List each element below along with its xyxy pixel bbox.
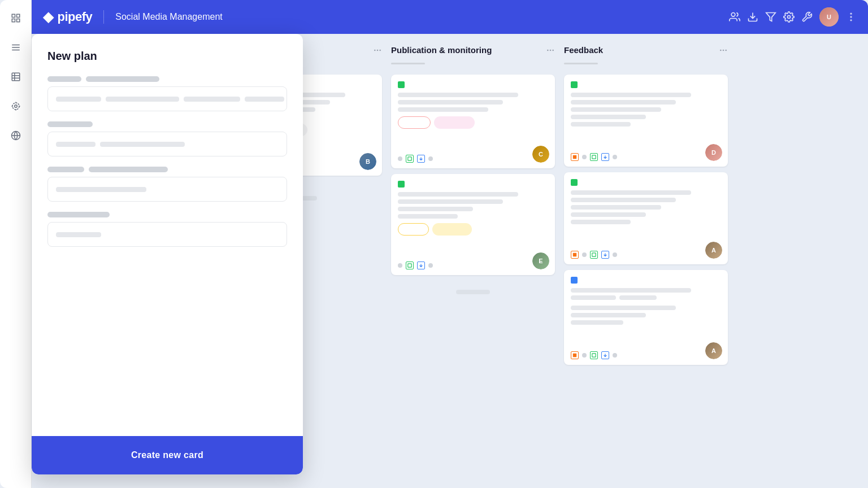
card-icon-item: [601, 351, 609, 359]
card-content: [571, 190, 721, 247]
modal-body: New plan: [32, 34, 303, 436]
svg-point-18: [850, 16, 852, 18]
card-line: [571, 320, 623, 325]
tag-blue: [571, 277, 578, 284]
card-tags: [571, 179, 721, 186]
card-feedback-1[interactable]: D: [564, 75, 728, 167]
badge-pink-fill: [434, 116, 475, 129]
form-label-4: [47, 212, 287, 217]
sidebar-item-automation[interactable]: [7, 97, 25, 115]
card-avatar: A: [705, 242, 722, 259]
card-icon-item: [601, 251, 609, 259]
column-title-feedback: Feedback: [564, 45, 714, 55]
card-icons-row: [571, 153, 721, 161]
card-line: [571, 115, 646, 119]
card-line: [398, 93, 518, 97]
create-new-card-button[interactable]: Create new card: [32, 436, 303, 474]
card-line: [398, 207, 473, 211]
form-input-4[interactable]: [47, 222, 287, 247]
card-icon-item: [590, 251, 598, 259]
icon-dot: [613, 353, 617, 358]
card-line: [619, 295, 657, 300]
svg-point-19: [850, 19, 852, 21]
card-line: [571, 100, 676, 104]
card-avatar: D: [705, 144, 722, 161]
sidebar: [0, 0, 32, 488]
card-line: [571, 313, 646, 317]
card-tags: [398, 81, 548, 88]
card-line: [398, 214, 458, 219]
sidebar-item-table[interactable]: [7, 68, 25, 86]
people-icon[interactable]: [729, 11, 740, 23]
icon-sq-orange: [571, 251, 579, 259]
more-vertical-icon[interactable]: [845, 11, 857, 23]
card-line: [571, 212, 646, 217]
form-input-2[interactable]: [47, 132, 287, 156]
card-icon-item: [590, 153, 598, 161]
column-underline-feedback: [564, 63, 598, 64]
card-pub-1[interactable]: C: [391, 75, 555, 168]
svg-point-25: [374, 49, 376, 51]
card-line: [571, 122, 631, 127]
svg-rect-42: [592, 354, 596, 357]
input-placeholder-bar: [56, 232, 101, 237]
avatar-img: C: [532, 146, 549, 163]
svg-rect-39: [573, 253, 576, 256]
label-bar: [86, 76, 159, 82]
sidebar-item-globe[interactable]: [7, 127, 25, 145]
card-feedback-3[interactable]: A: [564, 270, 728, 365]
card-tags: [571, 81, 721, 88]
form-label-1: [47, 76, 287, 82]
avatar-img: E: [532, 252, 549, 269]
user-avatar[interactable]: U: [819, 7, 839, 27]
card-icon-item: [417, 262, 425, 269]
filter-icon[interactable]: [765, 11, 776, 23]
column-menu-publication[interactable]: [546, 46, 555, 55]
settings-icon[interactable]: [783, 11, 795, 23]
sidebar-item-list[interactable]: [7, 38, 25, 56]
icon-sq-orange: [571, 351, 579, 359]
form-input-3[interactable]: [47, 177, 287, 202]
icon-dot: [428, 263, 433, 268]
form-input-text: [56, 142, 185, 147]
icon-sq-green: [406, 262, 414, 269]
card-feedback-2[interactable]: A: [564, 172, 728, 264]
icon-dot: [582, 155, 587, 159]
icon-sq-green: [590, 153, 598, 161]
svg-rect-2: [12, 19, 15, 22]
input-placeholder-bar: [184, 97, 240, 102]
column-menu-creation[interactable]: [373, 46, 382, 55]
icon-dot: [428, 156, 433, 161]
sidebar-item-grid[interactable]: [7, 9, 25, 27]
icon-sq-orange: [571, 153, 579, 161]
icon-sq-green: [590, 251, 598, 259]
column-title-publication: Publication & monitoring: [391, 45, 541, 55]
form-group-4: [47, 212, 287, 247]
card-pub-2[interactable]: E: [391, 174, 555, 275]
tag-green: [398, 81, 405, 88]
icon-dot: [582, 252, 587, 257]
avatar-img: D: [705, 144, 722, 161]
form-group-1: [47, 76, 287, 111]
tag-green: [571, 81, 578, 88]
export-icon[interactable]: [747, 11, 758, 23]
svg-point-12: [12, 103, 19, 110]
column-publication: Publication & monitoring: [391, 45, 555, 303]
card-avatar: A: [705, 342, 722, 359]
wrench-icon[interactable]: [801, 11, 813, 23]
card-tags: [571, 277, 721, 284]
card-line: [571, 295, 616, 300]
card-line: [571, 198, 676, 202]
badge-orange-fill: [432, 223, 472, 236]
card-icon-item: [590, 351, 598, 359]
icon-dot: [613, 252, 617, 257]
svg-point-31: [552, 49, 554, 51]
label-bar: [89, 167, 168, 172]
card-line: [571, 190, 691, 195]
input-placeholder-bar: [106, 97, 179, 102]
svg-rect-41: [573, 354, 576, 357]
card-icon-item: [406, 262, 414, 269]
board-title: Social Media Management: [115, 12, 222, 22]
column-menu-feedback[interactable]: [719, 46, 728, 55]
form-input-1[interactable]: [47, 86, 287, 111]
